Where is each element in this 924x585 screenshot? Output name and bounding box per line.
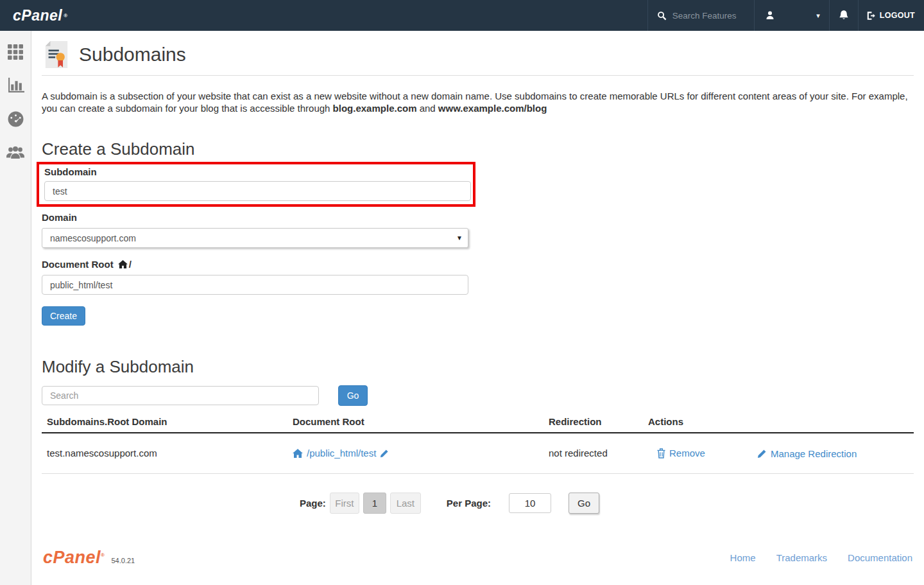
cpanel-logo-text: cPanel [13, 7, 62, 24]
cpanel-footer-logo: cPanel® [43, 548, 105, 568]
pencil-icon [757, 449, 767, 458]
remove-label: Remove [669, 448, 705, 458]
logout-icon [866, 11, 876, 21]
sidebar-item-statistics[interactable] [7, 77, 24, 94]
cpanel-logo: cPanel® [0, 0, 68, 31]
page-label: Page: [300, 498, 326, 509]
home-icon [293, 449, 303, 458]
version-text: 54.0.21 [111, 557, 135, 564]
cell-subdomain: test.namescosupport.com [42, 433, 293, 473]
docroot-group: Document Root / [42, 259, 914, 295]
footer-link-home[interactable]: Home [730, 552, 756, 563]
description-example-1: blog.example.com [333, 103, 417, 114]
last-page-button[interactable]: Last [390, 493, 421, 514]
red-annotation-box: Subdomain [37, 162, 475, 207]
pagination: Page: First 1 Last Per Page: Go [300, 493, 914, 514]
sidebar-item-user-manager[interactable] [7, 144, 24, 161]
grid-icon [8, 44, 23, 60]
logout-button[interactable]: LOGOUT [858, 0, 924, 31]
cell-actions: Remove Manage Redirection [648, 433, 914, 473]
select-caret-icon: ▼ [456, 234, 463, 241]
modify-subdomain-heading: Modify a Subdomain [42, 357, 914, 376]
bell-icon [838, 10, 850, 21]
table-header-row: Subdomains.Root Domain Document Root Red… [42, 412, 914, 433]
domain-group: Domain namescosupport.com ▼ [42, 212, 914, 248]
domain-selected-value: namescosupport.com [50, 233, 136, 243]
notifications-button[interactable] [829, 0, 858, 31]
page-footer: cPanel® 54.0.21 Home Trademarks Document… [42, 548, 914, 568]
trash-icon [657, 448, 665, 458]
per-page-label: Per Page: [447, 498, 491, 509]
first-page-button[interactable]: First [330, 493, 359, 514]
docroot-label-row: Document Root / [42, 259, 914, 270]
table-row: test.namescosupport.com /public_html/tes… [42, 433, 914, 474]
features-search[interactable] [647, 0, 754, 31]
document-root-link[interactable]: /public_html/test [293, 448, 389, 458]
main-content: Subdomains A subdomain is a subsection o… [31, 31, 924, 585]
users-icon [6, 144, 24, 160]
header-redirection: Redirection [549, 412, 648, 432]
footer-brand: cPanel® 54.0.21 [43, 548, 135, 568]
footer-link-documentation[interactable]: Documentation [848, 552, 912, 563]
header-subdomains-root-domain: Subdomains.Root Domain [42, 412, 293, 432]
manage-redirection-label: Manage Redirection [771, 448, 857, 459]
header-actions: Actions [648, 412, 914, 432]
per-page-input[interactable] [509, 493, 551, 513]
home-icon [118, 260, 128, 268]
left-sidebar [0, 31, 31, 585]
page-title: Subdomains [79, 44, 186, 65]
subdomains-certificate-icon [43, 40, 70, 69]
pencil-icon [380, 449, 389, 458]
sidebar-item-dashboard[interactable] [7, 110, 24, 127]
docroot-input[interactable] [42, 275, 468, 295]
table-body: test.namescosupport.com /public_html/tes… [42, 433, 914, 474]
speedometer-icon [7, 110, 24, 128]
footer-links: Home Trademarks Documentation [730, 552, 912, 563]
description-and: and [416, 103, 438, 114]
subdomain-label: Subdomain [44, 166, 473, 177]
docroot-label: Document Root [42, 259, 114, 270]
manage-redirection-link[interactable]: Manage Redirection [757, 448, 857, 460]
cell-document-root: /public_html/test [293, 433, 549, 473]
per-page-go-button[interactable]: Go [569, 493, 599, 514]
header-document-root: Document Root [293, 412, 549, 432]
cell-redirection: not redirected [549, 433, 648, 473]
subdomain-input[interactable] [44, 181, 471, 201]
subdomains-table: Subdomains.Root Domain Document Root Red… [42, 412, 914, 474]
footer-registered-mark: ® [101, 552, 105, 558]
subdomain-search-input[interactable] [42, 386, 319, 405]
search-icon [657, 11, 667, 21]
sidebar-item-home[interactable] [7, 44, 24, 60]
user-icon [765, 10, 775, 21]
search-go-button[interactable]: Go [338, 385, 368, 406]
action-remove-wrap: Remove [657, 448, 757, 460]
user-menu[interactable]: ▾ [754, 0, 829, 31]
logout-label: LOGOUT [880, 11, 915, 20]
top-navbar: cPanel® ▾ LOGOUT [0, 0, 924, 31]
remove-link[interactable]: Remove [657, 448, 705, 458]
subdomain-search-row: Go [42, 385, 914, 406]
document-root-path: /public_html/test [307, 448, 376, 458]
navbar-spacer [68, 0, 647, 31]
domain-label: Domain [42, 212, 914, 223]
docroot-slash: / [129, 259, 132, 270]
page-header: Subdomains [42, 31, 914, 76]
current-page-button[interactable]: 1 [363, 493, 386, 514]
chevron-down-icon: ▾ [816, 12, 820, 20]
features-search-input[interactable] [672, 11, 748, 21]
footer-link-trademarks[interactable]: Trademarks [776, 552, 827, 563]
footer-logo-text: cPanel [43, 548, 101, 567]
bar-chart-icon [7, 78, 24, 94]
page-description: A subdomain is a subsection of your webs… [42, 90, 912, 114]
description-example-2: www.example.com/blog [438, 103, 547, 114]
create-button[interactable]: Create [42, 306, 85, 326]
create-subdomain-heading: Create a Subdomain [42, 139, 914, 159]
domain-select[interactable]: namescosupport.com ▼ [42, 228, 468, 248]
